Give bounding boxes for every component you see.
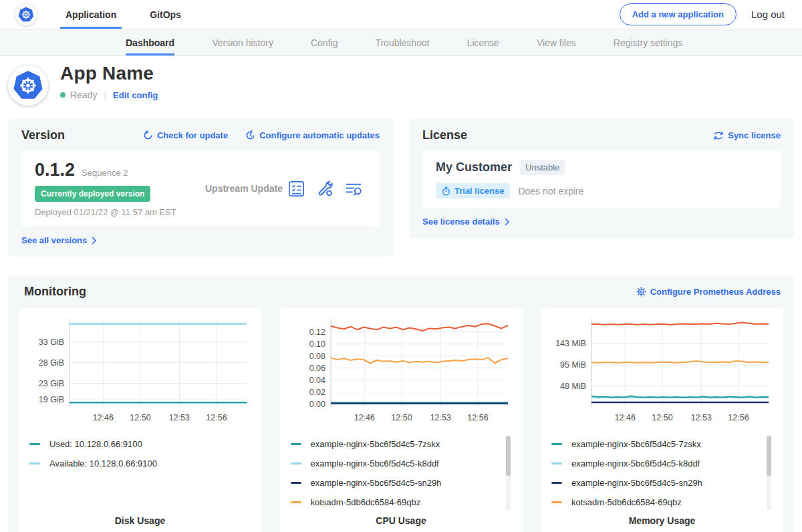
legend-color-dash — [29, 443, 40, 445]
legend-item: kotsadm-5db6dc6584-69qbz — [291, 493, 500, 512]
tab-application[interactable]: Application — [64, 0, 118, 29]
svg-text:12:50: 12:50 — [652, 413, 672, 422]
kubernetes-logo-icon — [15, 3, 37, 26]
check-for-update-link[interactable]: Check for update — [143, 130, 228, 140]
release-notes-button[interactable] — [288, 180, 305, 197]
current-version-row: 0.1.2 Sequence 2 Currently deployed vers… — [21, 150, 380, 227]
svg-text:33 GiB: 33 GiB — [39, 338, 64, 347]
stopwatch-icon — [442, 186, 450, 196]
svg-text:12:53: 12:53 — [169, 413, 190, 422]
legend-scrollbar-thumb[interactable] — [506, 436, 511, 476]
legend-label: Used: 10.128.0.66:9100 — [49, 439, 142, 449]
svg-text:12:56: 12:56 — [728, 413, 749, 422]
view-diff-button[interactable] — [345, 180, 362, 197]
monitoring-title: Monitoring — [24, 285, 86, 299]
tab-troubleshoot[interactable]: Troubleshoot — [375, 29, 429, 55]
monitoring-panel: Monitoring Configure Prometheus Address … — [8, 275, 794, 532]
memory-usage-plot: 143 MiB95 MiB48 MiB12:4612:5012:5312:56 — [551, 315, 772, 425]
tab-dashboard[interactable]: Dashboard — [126, 29, 174, 55]
legend-color-dash — [291, 443, 301, 445]
legend-label: example-nginx-5bc6f5d4c5-7zskx — [311, 439, 440, 449]
version-card: Version Check for update Configure au — [8, 119, 393, 257]
svg-text:0.08: 0.08 — [309, 352, 325, 361]
legend-color-dash — [551, 482, 562, 484]
configure-automatic-updates-link[interactable]: Configure automatic updates — [245, 130, 380, 140]
legend-label: example-nginx-5bc6f5d4c5-k8ddf — [311, 458, 439, 469]
license-card: License Sync license My Customer Unstabl… — [409, 119, 794, 238]
svg-text:12:53: 12:53 — [691, 413, 712, 422]
svg-text:48 MiB: 48 MiB — [560, 382, 586, 391]
svg-text:0.12: 0.12 — [309, 327, 325, 337]
gear-icon — [636, 287, 646, 297]
top-nav-actions: Add a new application Log out — [620, 3, 802, 25]
divider: | — [104, 90, 106, 100]
chart-title: CPU Usage — [291, 515, 512, 530]
legend-item: example-nginx-5bc6f5d4c5-sn29h — [291, 473, 500, 493]
tab-gitops[interactable]: GitOps — [148, 0, 182, 29]
chart-legend: example-nginx-5bc6f5d4c5-7zskxexample-ng… — [291, 434, 512, 512]
currently-deployed-badge: Currently deployed version — [35, 186, 150, 202]
see-license-details-link[interactable]: See license details — [422, 217, 510, 227]
svg-text:28 GiB: 28 GiB — [39, 358, 64, 368]
svg-text:12:46: 12:46 — [354, 413, 374, 422]
svg-text:12:46: 12:46 — [93, 413, 114, 422]
license-expiry-text: Does not expire — [518, 186, 583, 196]
sync-arrows-icon — [713, 131, 724, 140]
legend-color-dash — [291, 482, 301, 484]
svg-text:12:56: 12:56 — [467, 413, 488, 422]
svg-text:0.10: 0.10 — [309, 340, 325, 349]
wrench-gear-icon — [316, 180, 333, 197]
chart-title: Memory Usage — [551, 515, 773, 530]
sync-license-link[interactable]: Sync license — [713, 130, 781, 140]
config-tools-button[interactable] — [316, 180, 333, 197]
legend-item: example-nginx-5bc6f5d4c5-7zskx — [551, 434, 761, 454]
add-new-application-button[interactable]: Add a new application — [620, 3, 737, 25]
app-sub-nav: Dashboard Version history Config Trouble… — [0, 29, 802, 56]
see-all-versions-link[interactable]: See all versions — [21, 235, 97, 245]
cpu-usage-chart-card: 0.120.100.080.060.040.020.0012:4612:5012… — [280, 308, 523, 532]
chevron-right-icon — [504, 218, 510, 226]
svg-text:0.02: 0.02 — [309, 388, 325, 397]
status-text: Ready — [70, 90, 97, 100]
tab-license[interactable]: License — [467, 29, 499, 55]
svg-text:12:46: 12:46 — [615, 413, 636, 422]
chart-legend: example-nginx-5bc6f5d4c5-7zskxexample-ng… — [551, 434, 773, 512]
version-number: 0.1.2 — [35, 160, 75, 180]
legend-scrollbar-thumb[interactable] — [767, 436, 771, 476]
svg-text:143 MiB: 143 MiB — [555, 339, 586, 348]
legend-scrollbar[interactable] — [767, 436, 771, 511]
page-title: App Name — [60, 63, 158, 84]
chart-title: Disk Usage — [29, 515, 251, 530]
legend-color-dash — [551, 462, 562, 464]
tab-registry-settings[interactable]: Registry settings — [614, 29, 682, 55]
legend-label: example-nginx-5bc6f5d4c5-sn29h — [311, 478, 442, 488]
legend-label: example-nginx-5bc6f5d4c5-7zskx — [571, 439, 701, 449]
trial-license-badge: Trial license — [436, 183, 510, 198]
checklist-icon — [288, 180, 305, 197]
tab-version-history[interactable]: Version history — [212, 29, 273, 55]
cpu-usage-plot: 0.120.100.080.060.040.020.0012:4612:5012… — [291, 315, 511, 425]
legend-color-dash — [291, 462, 301, 464]
version-sequence: Sequence 2 — [82, 168, 128, 178]
tab-view-files[interactable]: View files — [537, 29, 576, 55]
license-card-title: License — [422, 128, 467, 142]
license-summary-row: My Customer Unstable Trial license Does … — [422, 150, 781, 208]
configure-prometheus-link[interactable]: Configure Prometheus Address — [636, 287, 781, 297]
app-logo-icon — [8, 65, 48, 106]
memory-usage-chart-card: 143 MiB95 MiB48 MiB12:4612:5012:5312:56e… — [541, 308, 783, 532]
log-out-button[interactable]: Log out — [751, 9, 785, 20]
app-header: App Name Ready | Edit config — [0, 56, 802, 114]
deployed-timestamp: Deployed 01/21/22 @ 11:57 am EST — [35, 207, 205, 217]
disk-usage-plot: 33 GiB28 GiB23 GiB19 GiB12:4612:5012:531… — [29, 315, 250, 425]
legend-label: example-nginx-5bc6f5d4c5-k8ddf — [571, 458, 700, 469]
legend-scrollbar[interactable] — [506, 436, 511, 511]
svg-text:12:56: 12:56 — [206, 413, 227, 422]
channel-badge: Unstable — [520, 160, 565, 175]
tab-config[interactable]: Config — [311, 29, 338, 55]
legend-item: example-nginx-5bc6f5d4c5-7zskx — [291, 434, 500, 454]
legend-item: Available: 10.128.0.66:9100 — [29, 454, 239, 473]
refresh-icon — [143, 130, 153, 140]
legend-label: kotsadm-5db6dc6584-69qbz — [311, 497, 421, 507]
edit-config-link[interactable]: Edit config — [113, 90, 158, 100]
svg-text:19 GiB: 19 GiB — [39, 395, 64, 404]
